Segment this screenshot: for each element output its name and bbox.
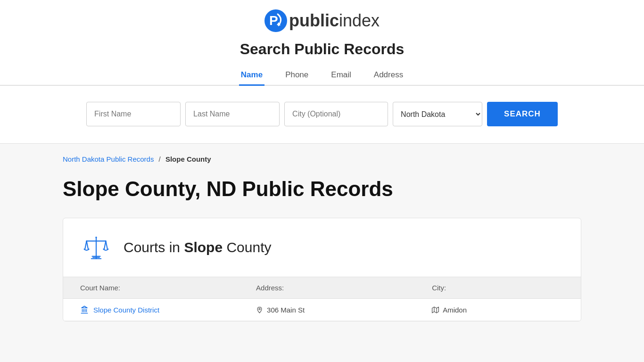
search-button[interactable]: SEARCH [487,102,558,126]
tab-email[interactable]: Email [329,66,353,86]
court-name-text: Slope County District [93,306,159,314]
court-address-text: 306 Main St [267,306,305,314]
state-select[interactable]: North Dakota Alabama Alaska Arizona Arka… [393,102,482,126]
tab-address[interactable]: Address [372,66,405,86]
first-name-input[interactable] [86,102,181,126]
logo-icon: P [264,9,287,32]
search-tabs: Name Phone Email Address [0,66,644,86]
tab-phone[interactable]: Phone [283,66,310,86]
col-address: Address: [256,284,432,292]
court-city-text: Amidon [443,306,467,314]
page-heading: Slope County, ND Public Records [63,177,581,201]
col-court-name: Court Name: [80,284,256,292]
courts-header: Courts in Slope County [63,218,581,277]
svg-marker-20 [432,307,439,313]
tab-name[interactable]: Name [239,66,264,86]
court-city-cell: Amidon [432,306,564,314]
search-title: Search Public Records [0,41,644,58]
logo[interactable]: P publicindex [0,9,644,32]
main-content: North Dakota Public Records / Slope Coun… [44,144,600,333]
breadcrumb: North Dakota Public Records / Slope Coun… [63,155,581,163]
scales-icon [80,231,112,263]
court-address-cell: 306 Main St [256,306,432,314]
search-section: Search Public Records Name Phone Email A… [0,41,644,143]
col-city: City: [432,284,564,292]
svg-text:P: P [269,13,278,28]
breadcrumb-current: Slope County [165,155,211,163]
table-header: Court Name: Address: City: [63,277,581,299]
svg-marker-18 [82,306,87,308]
svg-point-19 [259,308,260,310]
logo-text: publicindex [289,11,380,31]
breadcrumb-link[interactable]: North Dakota Public Records [63,155,154,163]
map-icon [432,306,439,313]
svg-line-10 [106,241,107,249]
location-icon [256,306,263,313]
site-header: P publicindex Search Public Records Name… [0,0,644,144]
breadcrumb-separator: / [159,155,161,163]
building-icon [80,305,89,314]
svg-line-8 [87,241,88,249]
court-name-cell: Slope County District [80,305,256,314]
table-row: Slope County District 306 Main St Amid [63,299,581,321]
courts-title: Courts in Slope County [124,239,271,255]
courts-section: Courts in Slope County Court Name: Addre… [63,218,581,321]
svg-point-6 [95,237,97,238]
search-form: North Dakota Alabama Alaska Arizona Arka… [0,94,644,134]
last-name-input[interactable] [185,102,280,126]
court-name-link[interactable]: Slope County District [80,305,256,314]
city-input[interactable] [284,102,388,126]
